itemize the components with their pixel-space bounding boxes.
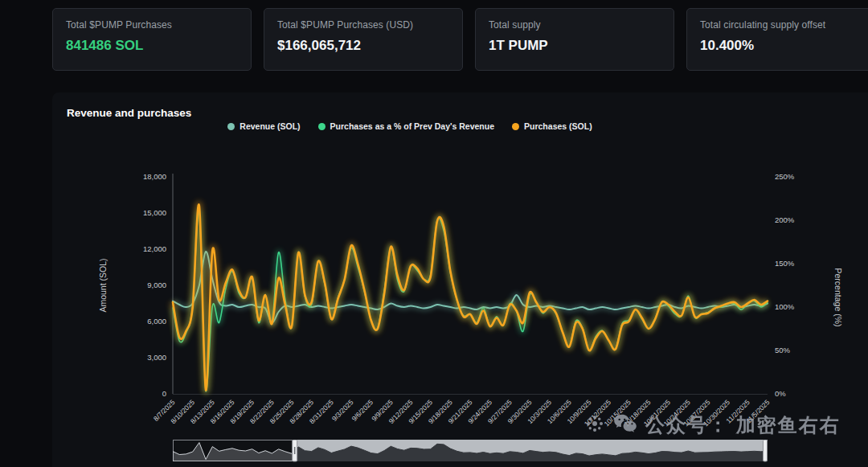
svg-text:18,000: 18,000	[143, 172, 166, 181]
stat-cards-row: Total $PUMP Purchases 841486 SOL Total $…	[52, 8, 868, 71]
card-value: 1T PUMP	[489, 38, 661, 54]
card-value: 841486 SOL	[66, 38, 238, 54]
card-total-supply: Total supply 1T PUMP	[475, 8, 674, 71]
card-value: $166,065,712	[277, 38, 449, 54]
revenue-purchases-chart: 03,0006,0009,00012,00015,00018,0000%50%1…	[52, 92, 868, 467]
svg-text:200%: 200%	[775, 215, 795, 224]
card-total-pump-purchases-usd: Total $PUMP Purchases (USD) $166,065,712	[264, 8, 463, 71]
svg-text:15,000: 15,000	[143, 208, 166, 217]
card-circulating-supply-offset: Total circulating supply offset 10.400%	[686, 8, 868, 71]
svg-text:6,000: 6,000	[147, 317, 166, 326]
svg-text:0: 0	[162, 389, 166, 398]
card-label: Total circulating supply offset	[700, 19, 868, 31]
svg-text:250%: 250%	[775, 172, 795, 181]
svg-text:9,000: 9,000	[147, 281, 166, 289]
svg-text:150%: 150%	[775, 259, 795, 268]
svg-text:50%: 50%	[775, 346, 791, 354]
svg-text:12,000: 12,000	[143, 244, 166, 253]
svg-text:3,000: 3,000	[147, 353, 166, 362]
datazoom-right-handle[interactable]	[764, 440, 768, 461]
svg-text:0%: 0%	[775, 389, 786, 398]
card-label: Total supply	[489, 19, 661, 31]
revenue-purchases-panel: Revenue and purchases Revenue (SOL) Purc…	[52, 92, 868, 467]
datazoom-slider[interactable]	[173, 440, 768, 462]
card-label: Total $PUMP Purchases (USD)	[277, 19, 449, 31]
svg-text:100%: 100%	[775, 302, 795, 311]
card-value: 10.400%	[700, 38, 868, 54]
card-label: Total $PUMP Purchases	[66, 19, 238, 31]
card-total-pump-purchases: Total $PUMP Purchases 841486 SOL	[52, 8, 252, 71]
